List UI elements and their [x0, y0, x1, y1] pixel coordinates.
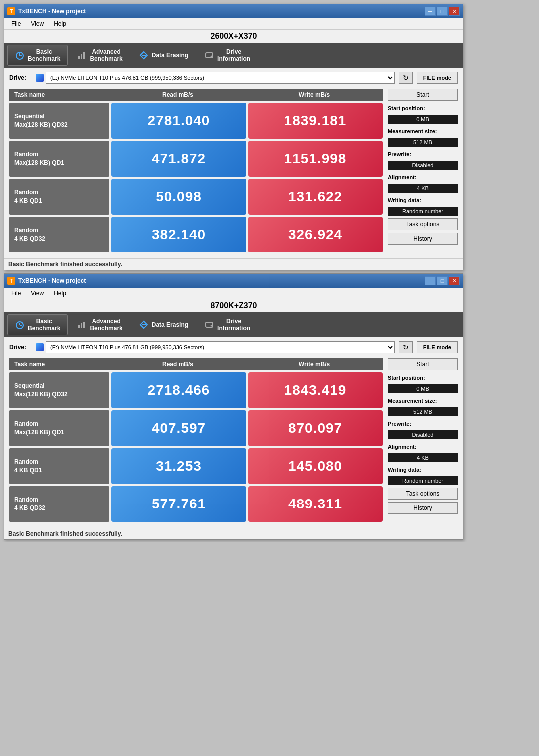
- title-bar-controls-2: ─ □ ✕: [425, 276, 460, 285]
- meas-size-value-2: 512 MB: [388, 407, 458, 416]
- start-btn-2[interactable]: Start: [388, 358, 458, 370]
- right-panel-1: Start Start position: 0 MB Measurement s…: [388, 89, 458, 254]
- write-cell-2-4: 489.311: [248, 486, 383, 522]
- alignment-label-1: Alignment:: [388, 174, 458, 180]
- col-write-header-2: Write mB/s: [246, 361, 383, 368]
- toolbar-drive-info-1[interactable]: DriveInformation: [197, 45, 257, 66]
- svg-rect-14: [81, 323, 82, 328]
- write-cell-1-2: 1151.998: [248, 141, 383, 177]
- task-cell-2-4: Random4 KB QD32: [9, 486, 109, 522]
- content-area-1: Drive: (E:) NVMe LITEON T10 Plus 476.81 …: [4, 68, 463, 258]
- data-erasing-label-1: Data Erasing: [152, 52, 188, 59]
- erasing-icon-1: [139, 50, 149, 60]
- task-options-btn-1[interactable]: Task options: [388, 218, 458, 230]
- drive-select-2[interactable]: (E:) NVMe LITEON T10 Plus 476.81 GB (999…: [46, 341, 395, 353]
- app-icon-2: T: [7, 277, 15, 285]
- maximize-btn-1[interactable]: □: [437, 7, 448, 16]
- chart-icon-2: [77, 320, 87, 330]
- menu-view-2[interactable]: View: [27, 289, 48, 298]
- col-task-header-2: Task name: [9, 361, 109, 368]
- drive-icon-1: [204, 50, 214, 60]
- close-btn-1[interactable]: ✕: [449, 7, 460, 16]
- svg-rect-13: [78, 325, 80, 328]
- bench-row-2-3: Random4 KB QD1 31.253 145.080: [9, 448, 383, 484]
- menu-file-1[interactable]: File: [7, 19, 25, 28]
- maximize-btn-2[interactable]: □: [437, 276, 448, 285]
- start-pos-label-2: Start position:: [388, 375, 458, 381]
- window-title-2: TxBENCH - New project: [18, 277, 86, 284]
- bench-row-2-4: Random4 KB QD32 577.761 489.311: [9, 486, 383, 522]
- menu-bar-2: File View Help: [4, 288, 463, 299]
- toolbar-drive-info-2[interactable]: DriveInformation: [197, 314, 257, 335]
- alignment-label-2: Alignment:: [388, 444, 458, 450]
- svg-point-9: [211, 56, 212, 57]
- right-panel-2: Start Start position: 0 MB Measurement s…: [388, 358, 458, 524]
- status-text-2: Basic Benchmark finished successfully.: [8, 530, 122, 537]
- app-icon-1: T: [7, 7, 15, 15]
- menu-help-2[interactable]: Help: [50, 289, 70, 298]
- history-btn-2[interactable]: History: [388, 502, 458, 514]
- meas-size-label-2: Measurement size:: [388, 398, 458, 404]
- svg-rect-18: [206, 322, 213, 327]
- writing-data-value-1: Random number: [388, 207, 458, 216]
- drive-icon-small-1: [36, 74, 44, 82]
- toolbar-2: BasicBenchmark AdvancedBenchmark Data Er…: [4, 312, 463, 337]
- drive-icon-2: [204, 320, 214, 330]
- title-bar-2: T TxBENCH - New project ─ □ ✕: [4, 274, 463, 288]
- data-erasing-label-2: Data Erasing: [152, 321, 188, 328]
- toolbar-advanced-benchmark-1[interactable]: AdvancedBenchmark: [70, 45, 129, 66]
- erasing-icon-2: [139, 320, 149, 330]
- bench-row-2-1: SequentialMax(128 KB) QD32 2718.466 1843…: [9, 372, 383, 408]
- alignment-value-2: 4 KB: [388, 453, 458, 462]
- window-title-1: TxBENCH - New project: [18, 8, 86, 15]
- write-cell-2-1: 1843.419: [248, 372, 383, 408]
- timer-icon-1: [15, 50, 25, 60]
- prewrite-value-1: Disabled: [388, 161, 458, 170]
- col-write-header-1: Write mB/s: [246, 91, 383, 98]
- minimize-btn-2[interactable]: ─: [425, 276, 436, 285]
- file-mode-btn-2[interactable]: FILE mode: [417, 341, 458, 353]
- toolbar-data-erasing-2[interactable]: Data Erasing: [132, 314, 195, 335]
- write-cell-2-3: 145.080: [248, 448, 383, 484]
- toolbar-basic-benchmark-1[interactable]: BasicBenchmark: [7, 45, 68, 66]
- alignment-value-1: 4 KB: [388, 184, 458, 193]
- title-bar-left-1: T TxBENCH - New project: [7, 7, 86, 15]
- toolbar-basic-benchmark-2[interactable]: BasicBenchmark: [7, 314, 68, 335]
- start-pos-value-2: 0 MB: [388, 384, 458, 393]
- table-header-1: Task name Read mB/s Write mB/s: [9, 89, 383, 101]
- minimize-btn-1[interactable]: ─: [425, 7, 436, 16]
- col-read-header-1: Read mB/s: [109, 91, 246, 98]
- task-cell-1-1: SequentialMax(128 KB) QD32: [9, 103, 109, 139]
- chart-icon-1: [77, 50, 87, 60]
- close-btn-2[interactable]: ✕: [449, 276, 460, 285]
- menu-help-1[interactable]: Help: [50, 19, 70, 28]
- drive-select-1[interactable]: (E:) NVMe LITEON T10 Plus 476.81 GB (999…: [46, 72, 395, 84]
- prewrite-label-1: Prewrite:: [388, 151, 458, 157]
- toolbar-advanced-benchmark-2[interactable]: AdvancedBenchmark: [70, 314, 129, 335]
- main-layout-2: Task name Read mB/s Write mB/s Sequentia…: [9, 358, 458, 524]
- start-pos-label-1: Start position:: [388, 105, 458, 111]
- menu-bar-1: File View Help: [4, 18, 463, 30]
- history-btn-1[interactable]: History: [388, 233, 458, 245]
- window-1: T TxBENCH - New project ─ □ ✕ File View …: [4, 4, 463, 270]
- benchmark-table-2: Task name Read mB/s Write mB/s Sequentia…: [9, 358, 383, 524]
- basic-benchmark-label-1: BasicBenchmark: [28, 48, 60, 62]
- drive-refresh-btn-1[interactable]: ↻: [399, 72, 413, 84]
- file-mode-btn-1[interactable]: FILE mode: [417, 72, 458, 84]
- task-options-btn-2[interactable]: Task options: [388, 488, 458, 500]
- title-bar-1: T TxBENCH - New project ─ □ ✕: [4, 4, 463, 18]
- task-cell-1-4: Random4 KB QD32: [9, 217, 109, 252]
- start-btn-1[interactable]: Start: [388, 89, 458, 101]
- bench-row-1-4: Random4 KB QD32 382.140 326.924: [9, 217, 383, 252]
- read-cell-1-1: 2781.040: [111, 103, 246, 139]
- status-bar-1: Basic Benchmark finished successfully.: [4, 258, 463, 270]
- svg-rect-3: [78, 56, 80, 59]
- drive-refresh-btn-2[interactable]: ↻: [399, 341, 413, 353]
- prewrite-label-2: Prewrite:: [388, 421, 458, 427]
- svg-rect-15: [83, 322, 85, 328]
- svg-rect-4: [81, 54, 82, 59]
- toolbar-data-erasing-1[interactable]: Data Erasing: [132, 45, 195, 66]
- benchmark-table-1: Task name Read mB/s Write mB/s Sequentia…: [9, 89, 383, 254]
- menu-view-1[interactable]: View: [27, 19, 48, 28]
- menu-file-2[interactable]: File: [7, 289, 25, 298]
